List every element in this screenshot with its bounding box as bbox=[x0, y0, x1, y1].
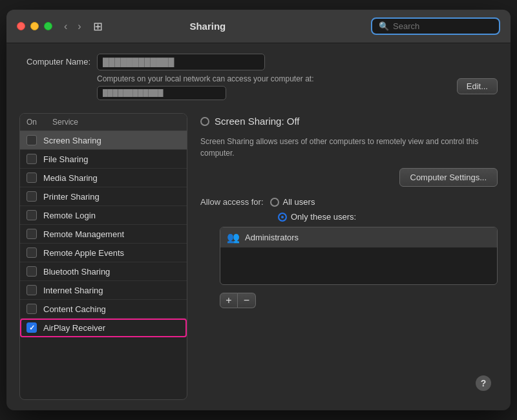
col-on-header: On bbox=[26, 118, 52, 127]
allow-access-row: Allow access for: All users bbox=[200, 197, 498, 207]
computer-name-label: Computer Name: bbox=[19, 54, 90, 67]
service-name-file-sharing: File Sharing bbox=[43, 154, 88, 164]
service-item-screen-sharing[interactable]: Screen Sharing bbox=[20, 131, 187, 150]
user-item-administrators: 👥 Administrators bbox=[220, 227, 497, 247]
computer-name-field[interactable] bbox=[97, 54, 265, 70]
only-these-radio[interactable] bbox=[278, 213, 287, 222]
checkbox-printer-sharing[interactable] bbox=[26, 191, 37, 202]
user-group-icon: 👥 bbox=[227, 231, 240, 244]
service-name-screen-sharing: Screen Sharing bbox=[43, 136, 101, 145]
checkbox-remote-login[interactable] bbox=[26, 210, 37, 220]
close-button[interactable] bbox=[17, 22, 25, 30]
checkbox-internet-sharing[interactable] bbox=[26, 285, 37, 295]
computer-name-section: Computer Name: Computers on your local n… bbox=[19, 54, 498, 105]
search-input[interactable] bbox=[393, 21, 490, 31]
checkbox-media-sharing[interactable] bbox=[26, 173, 37, 183]
service-item-printer-sharing[interactable]: Printer Sharing bbox=[20, 187, 187, 206]
service-name-remote-apple-events: Remote Apple Events bbox=[43, 248, 124, 258]
search-icon: 🔍 bbox=[379, 21, 389, 31]
service-list-header: On Service bbox=[20, 114, 187, 131]
titlebar: ‹ › ⊞ Sharing 🔍 bbox=[6, 10, 511, 43]
service-item-content-caching[interactable]: Content Caching bbox=[20, 300, 187, 319]
all-users-radio[interactable] bbox=[270, 198, 279, 207]
service-item-airplay-receiver[interactable]: AirPlay Receiver bbox=[20, 319, 187, 337]
window-title: Sharing bbox=[45, 21, 371, 32]
checkbox-file-sharing[interactable] bbox=[26, 154, 37, 164]
screen-sharing-radio-off[interactable] bbox=[200, 117, 209, 126]
col-service-header: Service bbox=[52, 118, 78, 127]
user-name-administrators: Administrators bbox=[245, 233, 299, 242]
all-users-option[interactable]: All users bbox=[270, 197, 315, 207]
computer-name-right: Computers on your local network can acce… bbox=[97, 54, 498, 100]
service-item-bluetooth-sharing[interactable]: Bluetooth Sharing bbox=[20, 262, 187, 281]
service-name-media-sharing: Media Sharing bbox=[43, 173, 98, 183]
allow-access-label: Allow access for: bbox=[200, 197, 264, 207]
remove-user-button[interactable]: − bbox=[238, 293, 256, 308]
service-name-airplay-receiver: AirPlay Receiver bbox=[43, 323, 105, 333]
only-these-option[interactable]: Only these users: bbox=[278, 212, 498, 222]
only-these-label: Only these users: bbox=[291, 212, 356, 222]
checkbox-remote-apple-events[interactable] bbox=[26, 247, 37, 258]
service-item-remote-login[interactable]: Remote Login bbox=[20, 206, 187, 225]
search-box[interactable]: 🔍 bbox=[371, 17, 500, 35]
service-items: Screen SharingFile SharingMedia SharingP… bbox=[20, 131, 187, 399]
local-network-row: Computers on your local network can acce… bbox=[97, 74, 498, 83]
local-network-label: Computers on your local network can acce… bbox=[97, 74, 313, 83]
service-list: On Service Screen SharingFile SharingMed… bbox=[19, 113, 187, 400]
help-button[interactable]: ? bbox=[476, 375, 491, 391]
service-item-internet-sharing[interactable]: Internet Sharing bbox=[20, 281, 187, 300]
list-controls: + − bbox=[220, 293, 498, 308]
screen-sharing-description: Screen Sharing allows users of other com… bbox=[200, 136, 498, 159]
service-item-file-sharing[interactable]: File Sharing bbox=[20, 150, 187, 169]
minimize-button[interactable] bbox=[30, 22, 39, 30]
checkbox-content-caching[interactable] bbox=[26, 304, 37, 314]
sharing-window: ‹ › ⊞ Sharing 🔍 Computer Name: Computers… bbox=[6, 10, 511, 410]
users-list: 👥 Administrators bbox=[220, 227, 498, 285]
computer-settings-button[interactable]: Computer Settings... bbox=[399, 168, 498, 187]
service-name-content-caching: Content Caching bbox=[43, 304, 106, 314]
screen-sharing-status: Screen Sharing: Off bbox=[215, 116, 299, 127]
checkbox-remote-management[interactable] bbox=[26, 229, 37, 239]
access-section: Allow access for: All users Only these u… bbox=[200, 197, 498, 308]
main-area: On Service Screen SharingFile SharingMed… bbox=[19, 113, 498, 400]
content-area: Computer Name: Computers on your local n… bbox=[6, 43, 511, 410]
service-name-bluetooth-sharing: Bluetooth Sharing bbox=[43, 267, 110, 277]
service-item-remote-management[interactable]: Remote Management bbox=[20, 225, 187, 244]
service-name-remote-login: Remote Login bbox=[43, 211, 96, 220]
checkbox-screen-sharing[interactable] bbox=[26, 135, 37, 145]
screen-sharing-title: Screen Sharing: Off bbox=[200, 116, 498, 127]
right-panel: Screen Sharing: Off Screen Sharing allow… bbox=[187, 113, 498, 400]
service-name-printer-sharing: Printer Sharing bbox=[43, 192, 100, 202]
service-name-internet-sharing: Internet Sharing bbox=[43, 286, 103, 295]
service-item-media-sharing[interactable]: Media Sharing bbox=[20, 169, 187, 187]
checkbox-airplay-receiver[interactable] bbox=[26, 322, 37, 333]
service-item-remote-apple-events[interactable]: Remote Apple Events bbox=[20, 244, 187, 262]
checkbox-bluetooth-sharing[interactable] bbox=[26, 266, 37, 277]
only-these-row: Only these users: bbox=[278, 212, 498, 222]
add-user-button[interactable]: + bbox=[220, 293, 238, 308]
local-address-field[interactable] bbox=[97, 86, 226, 100]
all-users-label: All users bbox=[283, 197, 315, 207]
edit-button[interactable]: Edit... bbox=[457, 78, 498, 94]
service-name-remote-management: Remote Management bbox=[43, 229, 124, 239]
